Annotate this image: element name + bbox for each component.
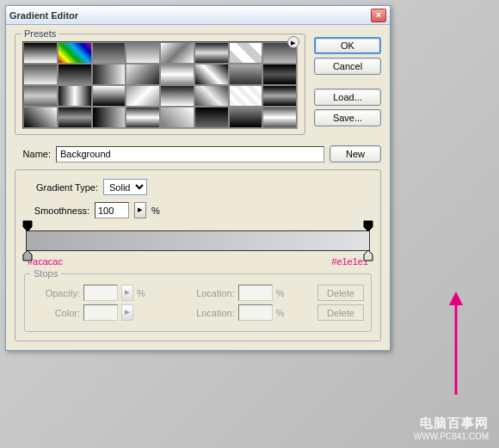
color-stop-right[interactable] <box>363 249 373 261</box>
preset-swatch[interactable] <box>58 85 92 107</box>
smoothness-stepper[interactable]: ▸ <box>134 202 146 218</box>
watermark: 电脑百事网 WWW.PC841.COM <box>414 415 489 441</box>
preset-swatch[interactable] <box>58 64 92 85</box>
color-location-input <box>238 304 273 321</box>
preset-swatch[interactable] <box>194 64 229 85</box>
opacity-stepper: ▸ <box>121 285 133 301</box>
preset-swatch[interactable] <box>160 64 194 85</box>
preset-swatch[interactable] <box>23 42 58 64</box>
save-button[interactable]: Save... <box>314 109 381 126</box>
gradient-settings-group: Gradient Type: Solid Smoothness: ▸ % <box>15 169 381 341</box>
preset-swatch[interactable] <box>262 85 297 107</box>
preset-swatch[interactable] <box>160 42 194 64</box>
preset-swatch[interactable] <box>126 107 160 128</box>
watermark-url: WWW.PC841.COM <box>414 432 489 441</box>
gradient-editor-dialog: Gradient Editor × Presets ▸ OK Cancel Lo… <box>5 5 391 351</box>
presets-grid <box>22 41 298 129</box>
percent-label: % <box>137 288 145 298</box>
name-label: Name: <box>15 149 51 159</box>
gradient-preview-bar[interactable] <box>26 230 370 251</box>
preset-swatch[interactable] <box>262 64 297 85</box>
close-button[interactable]: × <box>371 9 386 22</box>
presets-label: Presets <box>21 28 59 39</box>
opacity-input <box>83 285 118 301</box>
percent-label: % <box>276 288 285 298</box>
opacity-location-input <box>238 285 273 301</box>
preset-swatch[interactable] <box>92 64 126 85</box>
gradient-bar-area <box>26 230 370 251</box>
color-swatch-input <box>83 304 118 321</box>
percent-label: % <box>276 308 285 318</box>
preset-swatch[interactable] <box>229 64 263 85</box>
preset-swatch[interactable] <box>229 85 263 107</box>
location-label: Location: <box>187 308 235 318</box>
gradient-type-select[interactable]: Solid <box>103 179 147 195</box>
preset-swatch[interactable] <box>194 85 229 107</box>
cancel-button[interactable]: Cancel <box>314 58 381 75</box>
preset-swatch[interactable] <box>23 107 58 128</box>
chevron-right-icon: ▸ <box>125 306 130 316</box>
name-input[interactable] <box>56 146 324 163</box>
preset-swatch[interactable] <box>126 64 160 85</box>
preset-swatch[interactable] <box>58 42 92 64</box>
watermark-text: 电脑百事网 <box>414 415 489 432</box>
opacity-stop-right[interactable] <box>363 220 373 232</box>
arrow-up-icon <box>447 292 465 395</box>
ok-button[interactable]: OK <box>314 37 381 54</box>
preset-swatch[interactable] <box>23 64 58 85</box>
chevron-right-icon: ▸ <box>138 204 143 214</box>
color-label: Color: <box>32 308 80 318</box>
titlebar[interactable]: Gradient Editor × <box>6 6 390 25</box>
preset-swatch[interactable] <box>58 107 92 128</box>
preset-swatch[interactable] <box>126 85 160 107</box>
close-icon: × <box>376 9 381 20</box>
load-button[interactable]: Load... <box>314 89 381 106</box>
location-label: Location: <box>187 288 235 298</box>
preset-swatch[interactable] <box>262 107 297 128</box>
preset-swatch[interactable] <box>23 85 58 107</box>
preset-swatch[interactable] <box>160 107 194 128</box>
opacity-label: Opacity: <box>32 288 80 298</box>
smoothness-label: Smoothness: <box>24 206 89 216</box>
preset-swatch[interactable] <box>92 42 126 64</box>
color-stepper: ▸ <box>121 304 133 321</box>
stops-label: Stops <box>30 268 61 279</box>
opacity-stop-left[interactable] <box>22 220 33 232</box>
annotation-arrow <box>447 292 465 396</box>
preset-swatch[interactable] <box>92 85 126 107</box>
preset-swatch[interactable] <box>229 42 263 64</box>
preset-swatch[interactable] <box>229 107 263 128</box>
presets-menu-button[interactable]: ▸ <box>287 36 299 48</box>
preset-swatch[interactable] <box>126 42 160 64</box>
stops-group: Stops Opacity: ▸ % Location: % Delete Co… <box>24 273 372 332</box>
smoothness-input[interactable] <box>95 202 129 218</box>
opacity-delete-button: Delete <box>317 285 364 301</box>
chevron-right-icon: ▸ <box>125 286 130 297</box>
preset-swatch[interactable] <box>194 107 229 128</box>
title-text: Gradient Editor <box>9 10 371 21</box>
new-button[interactable]: New <box>330 145 381 163</box>
gradient-type-label: Gradient Type: <box>24 182 98 193</box>
color-delete-button: Delete <box>317 304 364 321</box>
preset-swatch[interactable] <box>194 42 229 64</box>
menu-arrow-icon: ▸ <box>291 37 296 47</box>
svg-marker-1 <box>449 292 463 305</box>
color-stop-left[interactable] <box>22 249 33 261</box>
preset-swatch[interactable] <box>160 85 194 107</box>
presets-group: Presets ▸ <box>15 34 305 135</box>
left-color-label: #acacac <box>28 256 63 267</box>
percent-label: % <box>151 206 160 216</box>
preset-swatch[interactable] <box>92 107 126 128</box>
